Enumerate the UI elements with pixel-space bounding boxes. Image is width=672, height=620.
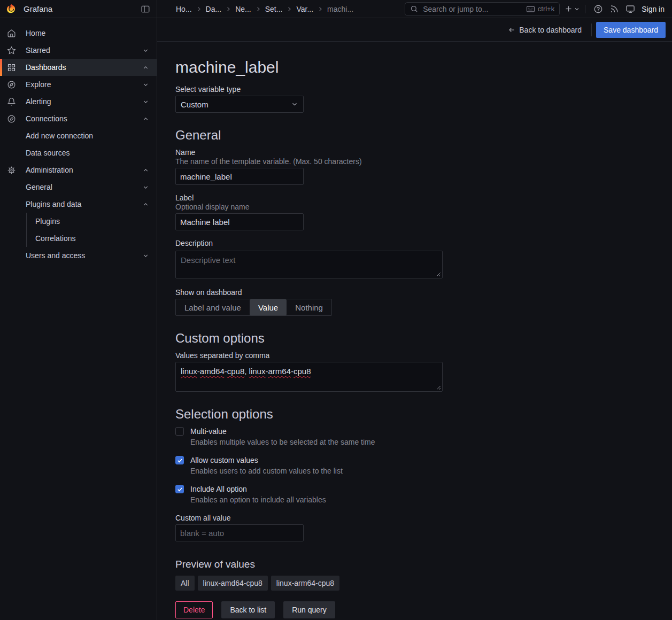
include-all-row: Include All option Enables an option to … [175,485,672,504]
search-input[interactable]: ctrl+k [405,2,560,16]
name-description: The name of the template variable. (Max.… [175,157,672,166]
chevron-up-icon[interactable] [142,201,149,208]
resize-handle[interactable] [436,385,441,390]
breadcrumb-item[interactable]: Ne... [235,5,251,13]
multi-value-checkbox[interactable] [175,427,184,436]
help-button[interactable] [590,2,606,16]
sidebar-item-label: General [26,183,52,191]
resize-handle[interactable] [436,272,441,277]
sidebar-item-administration[interactable]: Administration [0,161,157,179]
sidebar: Home Starred Dashboards Explore Alerting… [0,18,157,620]
sidebar-item-plugins-and-data[interactable]: Plugins and data [0,196,157,213]
run-query-button[interactable]: Run query [283,601,335,618]
allow-custom-values-row: Allow custom values Enables users to add… [175,456,672,475]
delete-button[interactable]: Delete [175,601,213,618]
sidebar-item-home[interactable]: Home [0,25,157,42]
chevron-down-icon[interactable] [142,81,149,88]
add-new-button[interactable] [564,4,580,13]
description-input[interactable]: Descriptive text [175,251,443,278]
sidebar-item-add-new-connection[interactable]: Add new connection [0,127,157,144]
sidebar-item-users-and-access[interactable]: Users and access [0,247,157,264]
sidebar-item-label: Plugins [35,217,60,226]
chevron-right-icon [317,6,323,12]
include-all-checkbox[interactable] [175,485,184,493]
back-to-dashboard-button[interactable]: Back to dashboard [503,26,587,34]
breadcrumb-item[interactable]: Ho... [176,5,192,13]
panel-left-icon[interactable] [141,4,150,14]
values-input[interactable]: linux-amd64-cpu8, linux-arm64-cpu8 [175,362,443,392]
sign-in-link[interactable]: Sign in [642,5,665,13]
multi-value-description: Enables multiple values to be selected a… [190,438,672,446]
news-button[interactable] [606,2,622,16]
preview-heading: Preview of values [175,559,672,570]
sidebar-item-data-sources[interactable]: Data sources [0,144,157,161]
label-description: Optional display name [175,203,672,211]
search-shortcut: ctrl+k [526,5,554,13]
rss-icon [609,4,619,14]
sidebar-item-dashboards[interactable]: Dashboards [0,59,157,76]
chevron-down-icon[interactable] [142,252,149,259]
top-nav: Grafana Ho... Da... Ne... Set... Var... … [0,0,672,18]
preview-chip: linux-amd64-cpu8 [198,576,268,591]
name-input[interactable] [175,168,304,185]
values-label: Values separated by comma [175,351,672,360]
show-on-dashboard-group: Label and value Value Nothing [175,299,332,316]
include-all-description: Enables an option to include all variabl… [190,495,672,504]
chevron-down-icon[interactable] [142,47,149,54]
chevron-up-icon[interactable] [142,64,149,71]
custom-all-value-input[interactable] [175,524,304,541]
sidebar-item-starred[interactable]: Starred [0,42,157,59]
save-dashboard-button[interactable]: Save dashboard [596,22,666,38]
variable-type-select[interactable]: Custom [175,96,304,113]
show-option-label-and-value[interactable]: Label and value [176,299,250,315]
chevron-right-icon [225,6,231,12]
variable-type-label: Select variable type [175,85,672,94]
sidebar-item-label: Plugins and data [26,200,81,208]
include-all-label: Include All option [190,485,672,493]
plus-icon [564,4,573,13]
custom-all-value-label: Custom all value [175,514,672,522]
sidebar-subgroup-plugins-and-data: Plugins Correlations [26,213,157,247]
show-option-nothing[interactable]: Nothing [287,299,331,315]
grafana-logo-icon [5,3,17,15]
sidebar-item-label: Correlations [35,234,75,243]
sidebar-item-correlations[interactable]: Correlations [27,230,157,247]
back-to-list-button[interactable]: Back to list [221,601,275,618]
sidebar-item-label: Alerting [26,97,51,106]
star-icon [6,46,16,55]
breadcrumb-item[interactable]: Set... [265,5,283,13]
sidebar-item-explore[interactable]: Explore [0,76,157,93]
display-button[interactable] [622,2,638,16]
breadcrumb-item[interactable]: Var... [296,5,313,13]
chevron-right-icon [196,6,202,12]
chevron-down-icon[interactable] [142,98,149,105]
top-nav-brand-area: Grafana [0,0,157,18]
multi-value-label: Multi-value [190,427,672,436]
show-on-dashboard-label: Show on dashboard [175,288,672,297]
breadcrumb-item[interactable]: Da... [206,5,222,13]
allow-custom-values-checkbox[interactable] [175,456,184,464]
chevron-down-icon[interactable] [142,184,149,191]
variable-type-value: Custom [181,100,208,109]
search-field[interactable] [422,4,522,14]
label-input[interactable] [175,213,304,230]
sidebar-item-plugins[interactable]: Plugins [27,213,157,230]
sidebar-item-alerting[interactable]: Alerting [0,93,157,110]
sidebar-item-connections[interactable]: Connections [0,110,157,127]
chevron-up-icon[interactable] [142,115,149,122]
description-label: Description [175,239,672,247]
chevron-down-icon [574,6,580,12]
sidebar-item-general[interactable]: General [0,179,157,196]
sidebar-item-label: Administration [26,166,73,174]
top-nav-actions: ctrl+k Sign in [405,0,672,18]
apps-grid-icon [6,63,16,72]
label-label: Label [175,193,672,202]
divider [585,5,585,13]
sidebar-item-label: Add new connection [26,131,93,140]
selection-options-heading: Selection options [175,407,672,422]
sidebar-item-label: Starred [26,46,50,55]
chevron-up-icon[interactable] [142,167,149,174]
name-label: Name [175,148,672,157]
show-option-value[interactable]: Value [250,299,287,315]
sidebar-item-label: Data sources [26,149,69,157]
